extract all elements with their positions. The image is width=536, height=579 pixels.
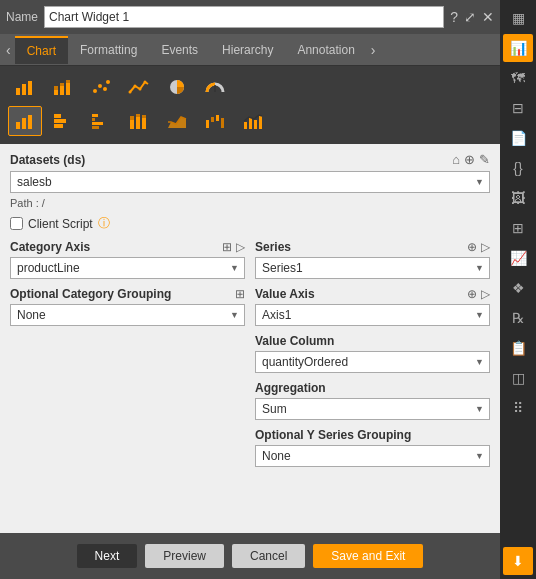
aggregation-select-wrapper: Sum Count Average Min Max [255, 398, 490, 420]
series-add-button[interactable]: ⊕ [467, 240, 477, 254]
category-axis-icon2[interactable]: ▷ [236, 240, 245, 254]
svg-rect-25 [92, 114, 98, 117]
aggregation-select[interactable]: Sum Count Average Min Max [255, 398, 490, 420]
datasets-add-button[interactable]: ⊕ [464, 152, 475, 167]
svg-rect-27 [92, 122, 103, 125]
svg-rect-37 [211, 117, 214, 122]
value-column-select-wrapper: quantityOrdered priceEach orderNumber [255, 351, 490, 373]
close-icon[interactable]: ✕ [482, 9, 494, 25]
aggregation-label: Aggregation [255, 381, 326, 395]
svg-rect-19 [16, 122, 20, 129]
sidebar-download-icon[interactable]: ⬇ [503, 547, 533, 575]
sidebar-image-icon[interactable]: 🖼 [503, 184, 533, 212]
optional-category-icon[interactable]: ⊞ [235, 287, 245, 301]
chart-type-combo[interactable] [236, 106, 270, 136]
sidebar-document-icon[interactable]: 📄 [503, 124, 533, 152]
sidebar-chart2-icon[interactable]: 📈 [503, 244, 533, 272]
datasets-edit-button[interactable]: ✎ [479, 152, 490, 167]
chart-type-gauge[interactable] [198, 72, 232, 102]
next-button[interactable]: Next [77, 544, 138, 568]
svg-rect-24 [54, 124, 63, 128]
tab-chart[interactable]: Chart [15, 36, 68, 64]
preview-button[interactable]: Preview [145, 544, 224, 568]
chart-type-stacked[interactable] [46, 72, 80, 102]
save-exit-button[interactable]: Save and Exit [313, 544, 423, 568]
category-axis-select[interactable]: productLine orderDate status [10, 257, 245, 279]
tab-hierarchy[interactable]: Hierarchy [210, 37, 285, 63]
tab-next-button[interactable]: › [367, 42, 380, 58]
svg-rect-8 [66, 80, 70, 83]
client-script-row: Client Script ⓘ [10, 215, 490, 232]
optional-category-select[interactable]: None productLine status [10, 304, 245, 326]
path-value: / [42, 197, 45, 209]
svg-rect-1 [22, 84, 26, 95]
chart-type-bar-selected[interactable] [8, 106, 42, 136]
client-script-checkbox[interactable] [10, 217, 23, 230]
svg-point-12 [106, 80, 110, 84]
value-axis-select[interactable]: Axis1 Axis2 [255, 304, 490, 326]
svg-point-11 [103, 87, 107, 91]
sidebar-page-icon[interactable]: 📋 [503, 334, 533, 362]
svg-rect-29 [130, 120, 134, 129]
sidebar-data-icon[interactable]: ⊞ [503, 214, 533, 242]
category-axis-icon1[interactable]: ⊞ [222, 240, 232, 254]
client-script-label: Client Script [28, 217, 93, 231]
client-script-info-icon: ⓘ [98, 215, 110, 232]
series-label: Series [255, 240, 291, 254]
left-column: Category Axis ⊞ ▷ productLine orderDate … [10, 240, 245, 475]
sidebar-rx-icon[interactable]: ℞ [503, 304, 533, 332]
tab-prev-button[interactable]: ‹ [2, 42, 15, 58]
move-icon[interactable]: ⤢ [464, 9, 476, 25]
sidebar-dots-icon[interactable]: ⠿ [503, 394, 533, 422]
value-axis-arrow-button[interactable]: ▷ [481, 287, 490, 301]
value-column-label: Value Column [255, 334, 334, 348]
optional-category-label: Optional Category Grouping [10, 287, 171, 301]
sidebar-grid-icon[interactable]: ▦ [503, 4, 533, 32]
footer: Next Preview Cancel Save and Exit [0, 533, 500, 579]
series-arrow-button[interactable]: ▷ [481, 240, 490, 254]
svg-rect-41 [249, 118, 252, 129]
tab-events[interactable]: Events [149, 37, 210, 63]
svg-point-14 [134, 85, 137, 88]
svg-rect-22 [54, 114, 61, 118]
datasets-select[interactable]: salesb sales orders [10, 171, 490, 193]
tab-annotation[interactable]: Annotation [285, 37, 366, 63]
sidebar-layers-icon[interactable]: ◫ [503, 364, 533, 392]
chart-type-hbar[interactable] [46, 106, 80, 136]
help-icon[interactable]: ? [450, 9, 458, 25]
sidebar-table-icon[interactable]: ⊟ [503, 94, 533, 122]
value-column-select[interactable]: quantityOrdered priceEach orderNumber [255, 351, 490, 373]
chart-type-scatter[interactable] [84, 72, 118, 102]
chart-type-line[interactable] [122, 72, 156, 102]
svg-rect-40 [244, 122, 247, 129]
datasets-home-button[interactable]: ⌂ [452, 152, 460, 167]
sidebar-map-icon[interactable]: 🗺 [503, 64, 533, 92]
chart-type-hbar2[interactable] [84, 106, 118, 136]
series-select[interactable]: Series1 Series2 [255, 257, 490, 279]
sidebar-component-icon[interactable]: ❖ [503, 274, 533, 302]
svg-rect-4 [54, 86, 58, 90]
svg-point-9 [93, 89, 97, 93]
svg-rect-38 [216, 115, 219, 121]
optional-y-select[interactable]: None productLine status [255, 445, 490, 467]
chart-type-bar[interactable] [8, 72, 42, 102]
svg-rect-34 [142, 115, 146, 118]
tab-formatting[interactable]: Formatting [68, 37, 149, 63]
chart-type-pie[interactable] [160, 72, 194, 102]
datasets-select-wrapper: salesb sales orders [10, 171, 490, 193]
chart-type-stacked2[interactable] [122, 106, 156, 136]
value-axis-select-wrapper: Axis1 Axis2 [255, 304, 490, 326]
cancel-button[interactable]: Cancel [232, 544, 305, 568]
optional-y-select-wrapper: None productLine status [255, 445, 490, 467]
sidebar-code-icon[interactable]: {} [503, 154, 533, 182]
chart-type-area[interactable] [160, 106, 194, 136]
name-input[interactable] [44, 6, 444, 28]
svg-point-15 [139, 88, 142, 91]
optional-y-label-row: Optional Y Series Grouping [255, 428, 490, 442]
chart-type-waterfall[interactable] [198, 106, 232, 136]
svg-rect-28 [92, 126, 99, 129]
chart-icons-row1 [8, 72, 492, 102]
svg-rect-32 [136, 114, 140, 117]
value-axis-add-button[interactable]: ⊕ [467, 287, 477, 301]
sidebar-chart-icon[interactable]: 📊 [503, 34, 533, 62]
